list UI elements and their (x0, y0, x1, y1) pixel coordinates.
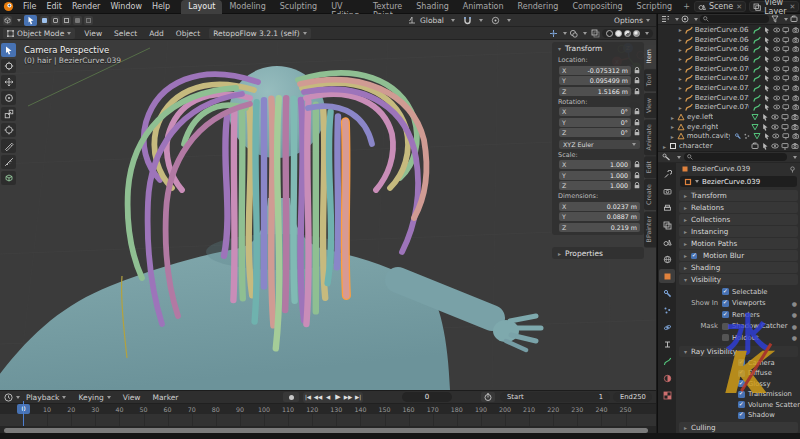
viewport-disable-icon[interactable] (781, 113, 789, 121)
gizmo-toggle-icon[interactable] (549, 29, 558, 38)
render-disable-icon[interactable] (792, 74, 799, 82)
holdout-checkbox[interactable] (722, 334, 729, 341)
viewport-disable-icon[interactable] (782, 45, 789, 53)
properties-tab-constraints[interactable] (659, 337, 675, 351)
viewport-menu-select[interactable]: Select (108, 29, 143, 38)
frame-start-field[interactable]: Start1 (500, 392, 610, 402)
solid-shading-button[interactable] (615, 30, 622, 37)
n-panel-tab-bpainter[interactable]: BPainter (644, 211, 656, 247)
selectable-checkbox[interactable] (722, 288, 729, 295)
properties-tab-view-layer[interactable] (659, 218, 675, 232)
viewport-disable-icon[interactable] (782, 74, 789, 82)
n-panel-tab-create[interactable]: Create (644, 179, 656, 210)
workspace-tab-layout[interactable]: Layout (181, 0, 222, 14)
selectable-icon[interactable] (763, 36, 770, 44)
panel-culling[interactable]: ▸Culling (679, 422, 798, 433)
hide-eye-icon[interactable] (771, 123, 779, 131)
expand-icon[interactable]: ▸ (670, 133, 675, 140)
orientation-dropdown[interactable]: Global (420, 16, 444, 25)
jump-to-start-button[interactable]: |◀ (303, 392, 313, 403)
lock-icon[interactable] (634, 88, 640, 95)
play-reverse-button[interactable]: ◀ (323, 392, 333, 403)
timeline-editor-selector[interactable] (4, 393, 20, 402)
hide-eye-icon[interactable] (771, 142, 779, 150)
selectable-icon[interactable] (761, 113, 769, 121)
render-disable-icon[interactable] (791, 113, 799, 121)
animate-dot-icon[interactable]: ● (792, 311, 797, 318)
tool-scale-button[interactable] (1, 107, 16, 121)
diffuse-checkbox[interactable] (738, 370, 745, 377)
expand-icon[interactable]: ▸ (678, 104, 683, 111)
render-disable-icon[interactable] (792, 94, 799, 102)
outliner-row[interactable]: ▸character (658, 141, 800, 151)
material-shading-button[interactable] (624, 30, 631, 37)
n-panel-tab-view[interactable]: View (644, 93, 656, 118)
lock-icon[interactable] (634, 119, 640, 126)
pin-icon[interactable] (789, 166, 796, 173)
hide-eye-icon[interactable] (771, 113, 779, 121)
tool-annotate-button[interactable] (1, 139, 16, 153)
viewport-disable-icon[interactable] (781, 142, 789, 150)
timeline-menu-keying[interactable]: Keying (72, 393, 116, 402)
timeline-menu-playback[interactable]: Playback (20, 393, 72, 402)
new-collection-icon[interactable] (790, 15, 798, 23)
shadow-catcher-checkbox[interactable] (722, 323, 729, 330)
animate-dot-icon[interactable]: ● (792, 334, 797, 341)
properties-tab-particles[interactable] (659, 303, 675, 317)
tool-add-primitive-button[interactable] (1, 171, 16, 185)
panel-collections[interactable]: ▸Collections (679, 214, 798, 225)
volume-scatter-checkbox[interactable] (738, 401, 745, 408)
transform-panel-header[interactable]: ▾Transform (552, 42, 644, 54)
selectable-icon[interactable] (761, 123, 769, 131)
properties-search-input[interactable] (684, 153, 787, 161)
properties-editor-icon[interactable] (662, 153, 671, 161)
outliner-row[interactable]: ▸BezierCurve.063 (658, 25, 800, 35)
outliner-filter-obj-icon[interactable] (681, 15, 689, 23)
hide-eye-icon[interactable] (773, 84, 780, 92)
value-field[interactable]: Y0.0887 m (559, 212, 640, 221)
timeline-menu-marker[interactable]: Marker (146, 393, 184, 402)
selectable-icon[interactable] (763, 65, 770, 73)
value-field[interactable]: Z1.5166 m (559, 87, 631, 96)
jump-to-end-button[interactable]: ▶| (353, 392, 363, 403)
viewports-checkbox[interactable] (722, 300, 729, 307)
lock-icon[interactable] (634, 161, 640, 168)
value-field[interactable]: X0.0237 m (559, 202, 640, 211)
frame-ruler[interactable]: 0 10203040506070809010011012013014015016… (0, 403, 656, 414)
active-tool-button[interactable] (24, 15, 37, 26)
render-disable-icon[interactable] (792, 55, 799, 63)
n-panel-tab-item[interactable]: Item (644, 44, 656, 68)
render-disable-icon[interactable] (791, 142, 799, 150)
snap-magnet-icon[interactable] (463, 16, 472, 25)
selectable-icon[interactable] (763, 132, 771, 140)
viewport-disable-icon[interactable] (782, 65, 789, 73)
value-field[interactable]: Y0° (559, 118, 631, 127)
proportional-edit-icon[interactable] (491, 16, 500, 25)
outliner-row[interactable]: ▸BezierCurve.071 (658, 73, 800, 83)
viewport-3d-region[interactable]: Camera Perspective (0) hair | BezierCurv… (0, 40, 656, 390)
render-disable-icon[interactable] (792, 84, 799, 92)
lock-icon[interactable] (634, 67, 640, 74)
expand-icon[interactable]: ▸ (678, 55, 683, 62)
outliner-display-mode-icon[interactable] (661, 15, 670, 23)
hide-eye-icon[interactable] (773, 36, 780, 44)
select-mode-subtract-button[interactable] (62, 16, 71, 25)
hide-eye-icon[interactable] (773, 45, 780, 53)
properties-tab-scene[interactable] (659, 235, 675, 249)
value-field[interactable]: Y0.095499 m (559, 76, 631, 85)
lock-icon[interactable] (634, 129, 640, 136)
options-dropdown[interactable]: Options (614, 16, 650, 25)
properties-tab-render[interactable] (659, 184, 675, 198)
auto-keyframe-button[interactable] (283, 392, 299, 402)
timeline-tracks[interactable] (0, 414, 656, 426)
hide-eye-icon[interactable] (773, 65, 780, 73)
properties-tab-world[interactable] (659, 252, 675, 266)
selectable-icon[interactable] (763, 74, 770, 82)
timeline-scrollbar[interactable] (4, 428, 648, 433)
editor-type-selector[interactable] (3, 16, 12, 25)
render-disable-icon[interactable] (792, 36, 799, 44)
select-mode-extend-button[interactable] (51, 16, 60, 25)
value-field[interactable]: X1.000 (559, 160, 631, 169)
expand-icon[interactable]: ▸ (670, 114, 675, 121)
selectable-icon[interactable] (763, 55, 770, 63)
